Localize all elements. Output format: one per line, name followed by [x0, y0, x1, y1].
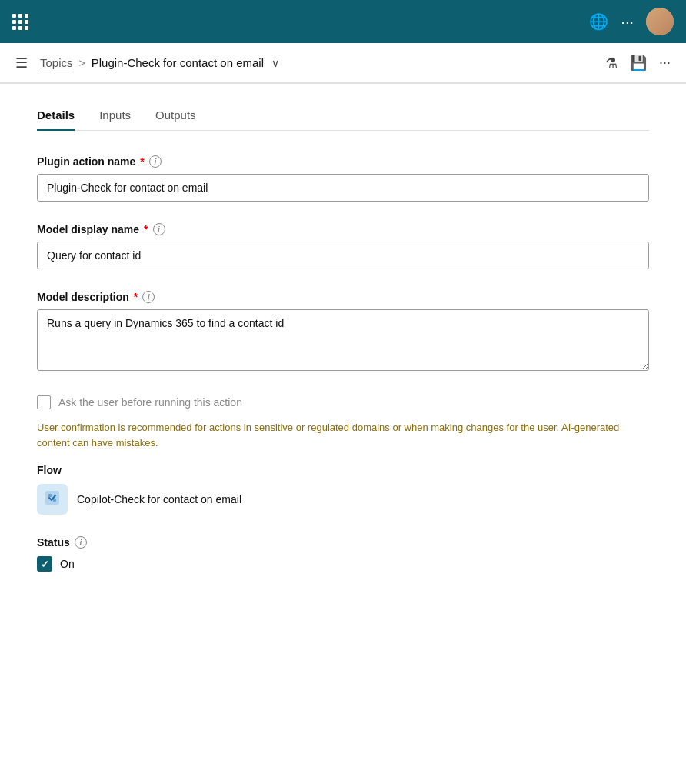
svg-rect-2 [53, 499, 56, 502]
status-on-label: On [60, 558, 75, 570]
info-icon-status[interactable]: i [75, 536, 87, 549]
status-section: Status i ✓ On [37, 536, 649, 572]
flow-item: Copilot-Check for contact on email [37, 484, 649, 515]
status-label-row: Status i [37, 536, 649, 549]
flow-icon-box [37, 484, 68, 515]
model-display-name-group: Model display name * i [37, 223, 649, 269]
breadcrumb-topics-link[interactable]: Topics [40, 56, 73, 69]
test-icon[interactable]: ⚗ [605, 55, 618, 72]
main-content: Details Inputs Outputs Plugin action nam… [0, 84, 686, 596]
avatar[interactable] [646, 8, 674, 35]
required-star-model-display: * [144, 223, 148, 235]
breadcrumb-separator: > [79, 57, 85, 69]
checkmark-icon: ✓ [41, 559, 49, 570]
flow-icon [43, 489, 62, 511]
info-icon-model-desc[interactable]: i [142, 291, 155, 303]
model-display-name-label: Model display name * i [37, 223, 649, 235]
more-actions-icon[interactable]: ··· [659, 55, 671, 71]
status-row: ✓ On [37, 556, 649, 572]
plugin-action-name-input[interactable] [37, 174, 649, 202]
status-label-text: Status [37, 536, 70, 549]
ask-user-checkbox[interactable] [37, 395, 51, 409]
tab-details[interactable]: Details [37, 108, 75, 131]
avatar-image [646, 8, 674, 35]
tabs: Details Inputs Outputs [37, 108, 649, 131]
model-display-name-input[interactable] [37, 242, 649, 269]
hamburger-icon[interactable]: ☰ [15, 55, 28, 72]
top-bar: 🌐 ··· [0, 0, 686, 43]
chevron-down-icon[interactable]: ∨ [271, 57, 279, 69]
top-bar-left [12, 14, 28, 29]
nav-actions: ⚗ 💾 ··· [605, 55, 671, 72]
required-star-model-desc: * [134, 291, 138, 303]
top-bar-right: 🌐 ··· [589, 8, 674, 35]
waffle-icon[interactable] [12, 14, 28, 29]
required-star-plugin: * [140, 155, 144, 168]
svg-rect-1 [48, 494, 52, 497]
flow-name: Copilot-Check for contact on email [77, 493, 241, 505]
save-icon[interactable]: 💾 [630, 55, 647, 72]
tab-outputs[interactable]: Outputs [155, 108, 196, 131]
model-description-label: Model description * i [37, 291, 649, 303]
ask-user-checkbox-row: Ask the user before running this action [37, 395, 649, 409]
globe-icon[interactable]: 🌐 [589, 12, 608, 31]
flow-label: Flow [37, 464, 649, 476]
tab-inputs[interactable]: Inputs [99, 108, 131, 131]
flow-group: Flow Copilot-Check for contact on email [37, 464, 649, 515]
model-description-group: Model description * i Runs a query in Dy… [37, 291, 649, 374]
warning-text: User confirmation is recommended for act… [37, 420, 649, 450]
model-description-textarea[interactable]: Runs a query in Dynamics 365 to find a c… [37, 309, 649, 371]
topbar-ellipsis-icon[interactable]: ··· [621, 13, 634, 31]
breadcrumb-current: Plugin-Check for contact on email [92, 56, 264, 69]
plugin-action-name-label: Plugin action name * i [37, 155, 649, 168]
secondary-nav: ☰ Topics > Plugin-Check for contact on e… [0, 43, 686, 83]
info-icon-model-display[interactable]: i [153, 223, 165, 235]
info-icon-plugin[interactable]: i [149, 155, 162, 168]
status-checkbox[interactable]: ✓ [37, 556, 52, 572]
plugin-action-name-group: Plugin action name * i [37, 155, 649, 202]
breadcrumb: Topics > Plugin-Check for contact on ema… [40, 56, 279, 69]
svg-rect-0 [45, 491, 59, 505]
ask-user-label: Ask the user before running this action [58, 396, 242, 409]
